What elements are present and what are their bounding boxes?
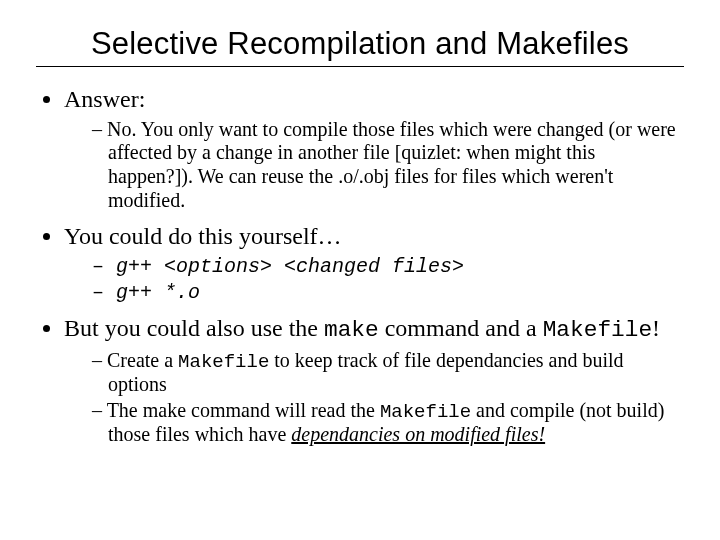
slide-title: Selective Recompilation and Makefiles — [36, 26, 684, 62]
makefile-word-2: Makefile — [178, 351, 269, 373]
mf-sub2-emph: dependancies on modified files! — [291, 423, 545, 445]
make-command: make — [324, 317, 379, 343]
bullet-yourself-label: You could do this yourself… — [64, 223, 342, 249]
slide: Selective Recompilation and Makefiles An… — [0, 0, 720, 477]
title-underline — [36, 66, 684, 67]
code-line-2: g++ *.o — [92, 281, 684, 305]
answer-sublist: No. You only want to compile those files… — [64, 118, 684, 212]
makefile-text-pre: But you could also use the — [64, 315, 324, 341]
answer-sub-1: No. You only want to compile those files… — [92, 118, 684, 212]
makefile-sub-1: Create a Makefile to keep track of file … — [92, 349, 684, 397]
yourself-sublist: g++ <options> <changed files> g++ *.o — [64, 255, 684, 304]
makefile-text-post: ! — [652, 315, 660, 341]
bullet-makefile: But you could also use the make command … — [64, 314, 684, 446]
bullet-answer: Answer: No. You only want to compile tho… — [64, 85, 684, 212]
makefile-word-1: Makefile — [543, 317, 652, 343]
bullet-answer-label: Answer: — [64, 86, 145, 112]
bullet-yourself: You could do this yourself… g++ <options… — [64, 222, 684, 304]
mf-sub1-pre: Create a — [107, 349, 178, 371]
code-line-1: g++ <options> <changed files> — [92, 255, 684, 279]
mf-sub2-pre: The make command will read the — [107, 399, 380, 421]
makefile-text-mid: command and a — [379, 315, 543, 341]
bullet-list: Answer: No. You only want to compile tho… — [36, 85, 684, 447]
makefile-sublist: Create a Makefile to keep track of file … — [64, 349, 684, 447]
makefile-sub-2: The make command will read the Makefile … — [92, 399, 684, 447]
makefile-word-3: Makefile — [380, 401, 471, 423]
